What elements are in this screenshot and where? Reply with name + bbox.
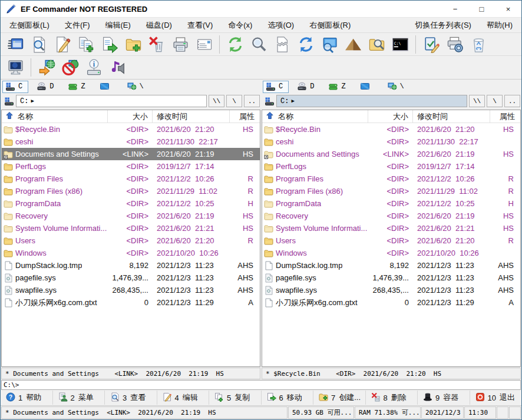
table-row[interactable]: System Volume Informati... <DIR> 2021/6/… [262,222,520,234]
multimedia-button[interactable] [105,57,129,78]
close-button[interactable]: × [495,1,521,17]
left-root-button[interactable]: \ [226,95,242,107]
table-row[interactable]: Program Files (x86) <DIR> 2021/11/29 11:… [2,185,260,197]
fkey-4-edit[interactable]: 4 编辑 [157,391,210,405]
refresh-button[interactable] [223,34,247,55]
table-row[interactable]: Program Files (x86) <DIR> 2021/11/29 11:… [262,185,520,197]
move-button[interactable] [98,34,121,55]
table-row[interactable]: ProgramData <DIR> 2021/12/2 10:25 H [2,197,260,210]
table-row[interactable]: ceshi <DIR> 2021/11/30 22:17 [262,135,520,148]
left-drive-tab-z[interactable]: Z [65,81,91,93]
table-row[interactable]: pagefile.sys 1,476,39... 2021/12/3 11:23… [262,272,520,284]
toggle-panels-button[interactable] [4,34,27,55]
minimize-button[interactable]: − [442,1,468,17]
table-row[interactable]: Recovery <DIR> 2021/6/20 21:19 HS [2,210,260,222]
computer-button[interactable] [4,57,27,78]
menu-item[interactable]: 选项(O) [260,18,302,33]
right-column-header-size[interactable]: 大小 [368,110,413,123]
right-drive-tab-desktop[interactable] [357,81,379,93]
drive-info-button[interactable]: i [82,57,105,78]
email-button[interactable] [192,34,216,55]
table-row[interactable]: System Volume Informati... <DIR> 2021/6/… [2,222,260,234]
maximize-button[interactable]: □ [468,1,495,17]
right-column-header-attr[interactable]: 属性 [490,110,520,123]
fkey-2-menu[interactable]: 2 菜单 [53,391,105,405]
table-row[interactable]: 小刀娱乐网x6g.com.gtxt 0 2021/12/3 11:29 A [2,296,260,309]
view-file-button[interactable] [27,34,51,55]
right-root-button[interactable]: \ [487,95,503,107]
table-row[interactable]: swapfile.sys 268,435,... 2021/12/3 11:23… [2,284,260,296]
table-row[interactable]: ceshi <DIR> 2021/11/30 22:17 [2,135,260,148]
search-button[interactable] [247,34,270,55]
table-row[interactable]: $Recycle.Bin <DIR> 2021/6/20 21:20 HS [262,123,520,135]
left-column-header-name[interactable]: 名称 [2,110,108,123]
command-line-input[interactable]: C:\> [1,380,521,390]
fkey-9-container[interactable]: 9 容器 [418,391,470,405]
table-row[interactable]: PerfLogs <DIR> 2019/12/7 17:14 [2,160,260,173]
left-column-header-attr[interactable]: 属性 [230,110,260,123]
table-row[interactable]: $Recycle.Bin <DIR> 2021/6/20 21:20 HS [2,123,260,135]
table-row[interactable]: DumpStack.log.tmp 8,192 2021/12/3 11:23 … [262,259,520,272]
menu-item[interactable]: 帮助(H) [479,18,520,33]
menu-item[interactable]: 命令(x) [220,18,260,33]
left-column-header-modified[interactable]: 修改时间 [153,110,230,123]
table-row[interactable]: Program Files <DIR> 2021/12/2 10:26 R [2,173,260,185]
left-parent-dir-button[interactable]: .. [244,95,260,107]
left-column-header-size[interactable]: 大小 [108,110,153,123]
remote-view-button[interactable] [318,34,341,55]
fkey-8-delete[interactable]: 8 删除 [366,391,418,405]
left-root-network-button[interactable]: \\ [209,95,224,107]
print-button[interactable] [169,34,192,55]
menu-item[interactable]: 文件(F) [57,18,98,33]
right-root-network-button[interactable]: \\ [469,95,485,107]
left-drive-tab-desktop[interactable] [97,81,118,93]
right-column-header-modified[interactable]: 修改时间 [413,110,490,123]
fkey-6-move[interactable]: 6 移动 [262,391,314,405]
table-row[interactable]: Documents and Settings <LINK> 2021/6/20 … [262,148,520,160]
table-row[interactable]: pagefile.sys 1,476,39... 2021/12/3 11:23… [2,272,260,284]
table-row[interactable]: DumpStack.log.tmp 8,192 2021/12/3 11:23 … [2,259,260,272]
options-button[interactable] [419,34,443,55]
fkey-10-exit[interactable]: 10 退出 [470,391,522,405]
fkey-5-copy[interactable]: 5 复制 [209,391,262,405]
table-row[interactable]: Recovery <DIR> 2021/6/20 21:19 HS [262,210,520,222]
net-disconnect-button[interactable] [58,57,82,78]
find-files-button[interactable] [365,34,388,55]
delete-button[interactable] [145,34,169,55]
table-row[interactable]: Windows <DIR> 2021/10/20 10:26 [2,247,260,259]
right-path-input[interactable]: C: ▶ [276,95,467,107]
recycle-bin-button[interactable] [467,34,490,55]
right-drive-tab-c[interactable]: C [263,81,289,93]
menu-item[interactable]: 查看(V) [180,18,220,33]
right-drive-tab-z[interactable]: Z [325,81,351,93]
print-screen-button[interactable] [443,34,467,55]
left-drive-tab-d[interactable]: D [34,81,60,93]
left-drive-tab-network[interactable]: \ [124,81,150,93]
table-row[interactable]: Program Files <DIR> 2021/12/2 10:26 R [262,173,520,185]
right-column-header-name[interactable]: 名称 [262,110,368,123]
right-parent-dir-button[interactable]: .. [504,95,520,107]
table-row[interactable]: ProgramData <DIR> 2021/12/2 10:25 H [262,197,520,210]
sync-button[interactable] [294,34,318,55]
menu-item[interactable]: 右侧面板(R) [302,18,358,33]
left-path-input[interactable]: C: ▶ [16,95,207,107]
edit-file-button[interactable] [51,34,74,55]
menu-item[interactable]: 编辑(E) [98,18,138,33]
table-row[interactable]: Users <DIR> 2021/6/20 21:20 R [262,234,520,247]
table-row[interactable]: Users <DIR> 2021/6/20 21:20 R [2,234,260,247]
left-drive-tab-c[interactable]: C [2,81,28,93]
table-row[interactable]: Windows <DIR> 2021/10/20 10:26 [262,247,520,259]
net-connect-button[interactable] [35,57,58,78]
split-file-button[interactable] [270,34,294,55]
table-row[interactable]: 小刀娱乐网x6g.com.gtxt 0 2021/12/3 11:29 A [262,296,520,309]
menu-item[interactable]: 磁盘(D) [138,18,180,33]
fkey-1-help[interactable]: ? 1 帮助 [1,391,53,405]
command-prompt-button[interactable]: C:\ [388,34,412,55]
pack-button[interactable] [341,34,365,55]
new-folder-button[interactable] [121,34,145,55]
fkey-7-create[interactable]: 7 创建... [313,391,366,405]
copy-button[interactable] [74,34,98,55]
menu-item[interactable]: 切换任务列表(S) [408,18,479,33]
fkey-3-view[interactable]: 3 查看 [105,391,157,405]
right-drive-tab-d[interactable]: D [294,81,320,93]
